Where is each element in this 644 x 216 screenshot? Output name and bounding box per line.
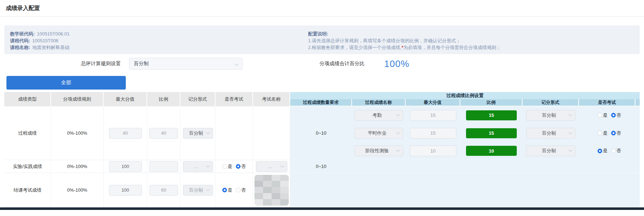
exam-radio-group: 是 否: [222, 187, 246, 193]
exam-yes-radio[interactable]: 是: [598, 130, 608, 136]
page-header: 成绩录入配置: [0, 0, 644, 17]
course-info-block: 教学班代码:100515T006.01 课程代码:100515T006 课程名称…: [10, 30, 308, 54]
col-header-process-quantity: 过程成绩数量要求: [290, 99, 352, 106]
grade-config-table: 成绩类型 分项成绩规则 最大分值 比例 记分形式 是否考试 考试名称 过程成绩比…: [4, 92, 640, 207]
process-ratio-input[interactable]: 15: [466, 128, 517, 138]
scoring-form-select[interactable]: 百分制: [183, 128, 213, 139]
process-max-score-input[interactable]: 15: [410, 128, 456, 139]
scoring-form-value: 百分制: [187, 130, 205, 136]
ratio-cell: 40: [147, 106, 180, 160]
process-scoring-form-value: 百分制: [530, 148, 568, 154]
radio-yes-label: 是: [603, 148, 608, 154]
bottom-divider: [0, 207, 644, 210]
radio-circle-icon: [222, 164, 227, 169]
course-name-line: 课程名称:地震资料解释基础: [10, 44, 308, 51]
col-header-process-is-exam: 是否考试: [579, 99, 635, 106]
scoring-form-cell: 百分制: [180, 106, 216, 160]
config-note-2-suffix: 为必填项，并且每个分项需符合分项成绩规则；: [403, 45, 501, 50]
process-ratio-input[interactable]: 15: [466, 110, 517, 120]
exam-name-cell: [253, 106, 290, 160]
chevron-down-icon: [396, 130, 400, 134]
redacted-exam-name-image: [254, 175, 289, 206]
overall-rule-selected-value: 百分制: [134, 61, 235, 67]
scoring-form-select[interactable]: ...: [183, 161, 213, 172]
chevron-down-icon: [396, 148, 400, 152]
max-score-input[interactable]: 40: [109, 128, 142, 139]
col-header-scoring-form: 记分形式: [180, 92, 216, 106]
radio-circle-icon: [611, 131, 616, 135]
ratio-input[interactable]: [149, 161, 178, 172]
process-max-score-input[interactable]: 10: [410, 145, 456, 156]
exam-yes-radio[interactable]: 是: [222, 163, 232, 170]
max-score-input[interactable]: 100: [109, 161, 142, 172]
config-notes-title: 配置说明:: [308, 30, 634, 37]
process-ratio-input[interactable]: 10: [466, 146, 517, 156]
overall-rule-select[interactable]: 百分制: [129, 58, 243, 70]
sub-rule-cell: 0%-100%: [51, 173, 104, 207]
exam-no-radio[interactable]: 否: [611, 112, 621, 119]
ratio-input[interactable]: 60: [149, 185, 178, 196]
process-sub-row: 阶段性测验 10 10 百分制 是 否: [352, 142, 640, 160]
process-scoring-form-select[interactable]: 百分制: [526, 145, 575, 156]
exam-no-radio[interactable]: 否: [236, 163, 246, 170]
grade-type-cell: 过程成绩: [4, 106, 51, 160]
radio-circle-icon: [611, 113, 616, 117]
radio-yes-label: 是: [228, 187, 232, 193]
col-header-process-name: 过程成绩名称: [352, 99, 406, 106]
exam-no-radio[interactable]: 否: [236, 187, 246, 193]
chevron-down-icon: [568, 148, 572, 152]
col-header-grade-type: 成绩类型: [4, 92, 51, 106]
exam-yes-radio[interactable]: 是: [598, 148, 608, 154]
process-max-score-input[interactable]: 15: [410, 110, 456, 121]
exam-yes-radio[interactable]: 是: [598, 112, 608, 119]
process-exam-radio-group: 是 否: [598, 112, 621, 119]
ratio-input[interactable]: 40: [149, 128, 178, 139]
all-button[interactable]: 全部: [6, 76, 126, 90]
exam-yes-radio[interactable]: 是: [222, 187, 232, 193]
header-spacer: [635, 99, 640, 106]
col-header-exam-name: 考试名称: [253, 92, 290, 106]
col-header-is-exam: 是否考试: [216, 92, 253, 106]
max-score-cell: 100: [104, 160, 147, 173]
process-quantity-cell: 0~10: [290, 160, 352, 173]
exam-name-select[interactable]: ...: [256, 161, 287, 172]
col-header-process-ratio: 比例: [460, 99, 522, 106]
course-code-label: 课程代码:: [10, 38, 30, 43]
exam-no-radio[interactable]: 否: [611, 130, 621, 136]
exam-no-radio[interactable]: 否: [611, 148, 621, 154]
exam-name-value: ...: [260, 164, 280, 169]
process-quantity-cell: 0~10: [290, 106, 352, 160]
page-title: 成绩录入配置: [6, 5, 40, 12]
chevron-down-icon: [206, 130, 210, 134]
grade-type-cell: 实验/实践成绩: [4, 160, 51, 173]
process-sub-row: 考勤 15 15 百分制 是 否: [352, 106, 640, 124]
process-sub-row: 平时作业 15 15 百分制 是 否: [352, 124, 640, 142]
scoring-form-select[interactable]: 百分制: [183, 185, 213, 196]
scoring-form-cell: ...: [180, 160, 216, 173]
chevron-down-icon: [206, 163, 210, 167]
course-info-panel: 教学班代码:100515T006.01 课程代码:100515T006 课程名称…: [4, 25, 640, 54]
process-scoring-form-select[interactable]: 百分制: [526, 110, 575, 121]
process-name-value: 阶段性测验: [358, 148, 396, 154]
process-scoring-form-value: 百分制: [530, 112, 568, 119]
process-ratio-group-header: 过程成绩比例设置: [290, 92, 640, 99]
process-name-value: 平时作业: [358, 130, 396, 136]
process-name-select[interactable]: 阶段性测验: [355, 145, 403, 156]
chevron-down-icon: [234, 62, 238, 66]
chevron-down-icon: [206, 187, 210, 191]
ratio-cell: 60: [147, 173, 180, 207]
max-score-input[interactable]: 100: [109, 185, 142, 196]
radio-circle-icon: [598, 149, 602, 153]
process-sub-items: 考勤 15 15 百分制 是 否 平时作业 15: [352, 106, 640, 160]
chevron-down-icon: [568, 112, 572, 116]
radio-yes-label: 是: [603, 130, 608, 136]
radio-no-label: 否: [616, 148, 621, 154]
radio-circle-icon: [598, 113, 602, 117]
radio-circle-icon: [236, 188, 241, 192]
scoring-form-value: 百分制: [187, 187, 205, 193]
process-scoring-form-select[interactable]: 百分制: [526, 128, 575, 139]
grade-type-cell: 结课考试成绩: [4, 173, 51, 207]
process-name-select[interactable]: 平时作业: [355, 128, 403, 139]
process-name-select[interactable]: 考勤: [355, 110, 403, 121]
chevron-down-icon: [396, 112, 400, 116]
